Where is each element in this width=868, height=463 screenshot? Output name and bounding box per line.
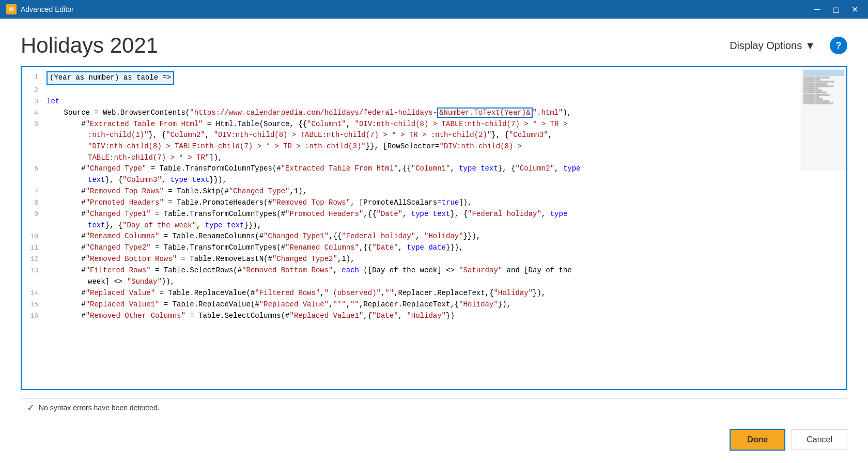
maximize-button[interactable]: ◻ xyxy=(829,2,843,17)
line-num-5: 5 xyxy=(22,119,47,130)
line-num-11: 11 xyxy=(22,242,47,253)
minimap: ████████████████████████████ ███████████… xyxy=(801,67,846,171)
content-area: Holidays 2021 Display Options ▼ ? 1 (Yea… xyxy=(0,19,868,463)
line-content-13: #"Filtered Rows" = Table.SelectRows(#"Re… xyxy=(47,265,846,287)
line-content-4: Source = Web.BrowserContents("https://ww… xyxy=(47,107,846,119)
header-actions: Display Options ▼ ? xyxy=(725,37,847,54)
code-line-15: 15 #"Replaced Value1" = Table.ReplaceVal… xyxy=(22,299,846,311)
line-content-16: #"Removed Other Columns" = Table.SelectC… xyxy=(47,311,846,322)
done-button[interactable]: Done xyxy=(730,429,785,451)
line-content-11: #"Changed Type2" = Table.TransformColumn… xyxy=(47,242,846,254)
code-line-7: 7 #"Removed Top Rows" = Table.Skip(#"Cha… xyxy=(22,186,846,197)
line-num-13: 13 xyxy=(22,265,47,276)
footer-row: Done Cancel xyxy=(21,425,847,453)
code-line-12: 12 #"Removed Bottom Rows" = Table.Remove… xyxy=(22,254,846,265)
code-line-1: 1 (Year as number) as table => xyxy=(22,71,846,85)
code-line-3: 3 let xyxy=(22,96,846,107)
code-line-5: 5 #"Extracted Table From Html" = Html.Ta… xyxy=(22,119,846,164)
minimap-content: ████████████████████████████ ███████████… xyxy=(801,67,846,106)
cancel-button[interactable]: Cancel xyxy=(792,429,847,450)
window-title: Advanced Editor xyxy=(21,5,74,13)
line-num-8: 8 xyxy=(22,197,47,208)
help-button[interactable]: ? xyxy=(830,37,847,54)
code-line-4: 4 Source = Web.BrowserContents("https://… xyxy=(22,107,846,119)
line-num-2: 2 xyxy=(22,85,47,96)
line-content-5: #"Extracted Table From Html" = Html.Tabl… xyxy=(47,119,846,164)
code-line-8: 8 #"Promoted Headers" = Table.PromoteHea… xyxy=(22,197,846,209)
code-line-2: 2 xyxy=(22,85,846,96)
code-line-16: 16 #"Removed Other Columns" = Table.Sele… xyxy=(22,311,846,322)
minimize-button[interactable]: ─ xyxy=(810,2,825,17)
code-line-6: 6 #"Changed Type" = Table.TransformColum… xyxy=(22,163,846,186)
line-num-9: 9 xyxy=(22,209,47,220)
line-num-16: 16 xyxy=(22,311,47,321)
line-num-3: 3 xyxy=(22,96,47,107)
line-content-14: #"Replaced Value" = Table.ReplaceValue(#… xyxy=(47,288,846,299)
code-line-13: 13 #"Filtered Rows" = Table.SelectRows(#… xyxy=(22,265,846,287)
chevron-down-icon: ▼ xyxy=(805,40,815,52)
line-content-9: #"Changed Type1" = Table.TransformColumn… xyxy=(47,209,846,231)
app-icon: M xyxy=(6,4,17,14)
line-content-12: #"Removed Bottom Rows" = Table.RemoveLas… xyxy=(47,254,846,265)
code-line-11: 11 #"Changed Type2" = Table.TransformCol… xyxy=(22,242,846,254)
line-content-3: let xyxy=(47,96,846,107)
code-line-9: 9 #"Changed Type1" = Table.TransformColu… xyxy=(22,209,846,231)
line-content-1: (Year as number) as table => xyxy=(47,71,846,85)
line-content-15: #"Replaced Value1" = Table.ReplaceValue(… xyxy=(47,299,846,311)
status-bar: ✓ No syntax errors have been detected. xyxy=(21,398,847,416)
line-num-14: 14 xyxy=(22,288,47,299)
line-content-8: #"Promoted Headers" = Table.PromoteHeade… xyxy=(47,197,846,209)
app-window: M Advanced Editor ─ ◻ ✕ Holidays 2021 Di… xyxy=(0,0,868,463)
line-num-7: 7 xyxy=(22,186,47,197)
line-num-10: 10 xyxy=(22,231,47,242)
header-row: Holidays 2021 Display Options ▼ ? xyxy=(21,33,847,58)
line-num-12: 12 xyxy=(22,254,47,265)
line-num-1: 1 xyxy=(22,71,47,82)
display-options-label: Display Options xyxy=(730,40,802,52)
display-options-button[interactable]: Display Options ▼ xyxy=(725,38,819,54)
title-bar-controls: ─ ◻ ✕ xyxy=(810,2,862,17)
status-check-icon: ✓ xyxy=(27,402,35,413)
editor-container[interactable]: 1 (Year as number) as table => 2 3 let 4 xyxy=(21,66,847,390)
line-content-6: #"Changed Type" = Table.TransformColumnT… xyxy=(47,163,846,186)
help-icon: ? xyxy=(836,40,842,51)
page-title: Holidays 2021 xyxy=(21,33,158,58)
line-content-7: #"Removed Top Rows" = Table.Skip(#"Chang… xyxy=(47,186,846,197)
line-content-2 xyxy=(47,85,846,96)
code-line-14: 14 #"Replaced Value" = Table.ReplaceValu… xyxy=(22,288,846,299)
code-line-10: 10 #"Renamed Columns" = Table.RenameColu… xyxy=(22,231,846,242)
line-content-10: #"Renamed Columns" = Table.RenameColumns… xyxy=(47,231,846,242)
line-num-15: 15 xyxy=(22,299,47,310)
status-message: No syntax errors have been detected. xyxy=(39,404,159,412)
title-bar: M Advanced Editor ─ ◻ ✕ xyxy=(0,0,868,19)
line-num-6: 6 xyxy=(22,163,47,174)
title-bar-left: M Advanced Editor xyxy=(6,4,74,14)
close-button[interactable]: ✕ xyxy=(847,2,862,17)
line-num-4: 4 xyxy=(22,107,47,118)
code-editor[interactable]: 1 (Year as number) as table => 2 3 let 4 xyxy=(22,67,846,389)
line1-highlight: (Year as number) as table => xyxy=(47,71,174,85)
